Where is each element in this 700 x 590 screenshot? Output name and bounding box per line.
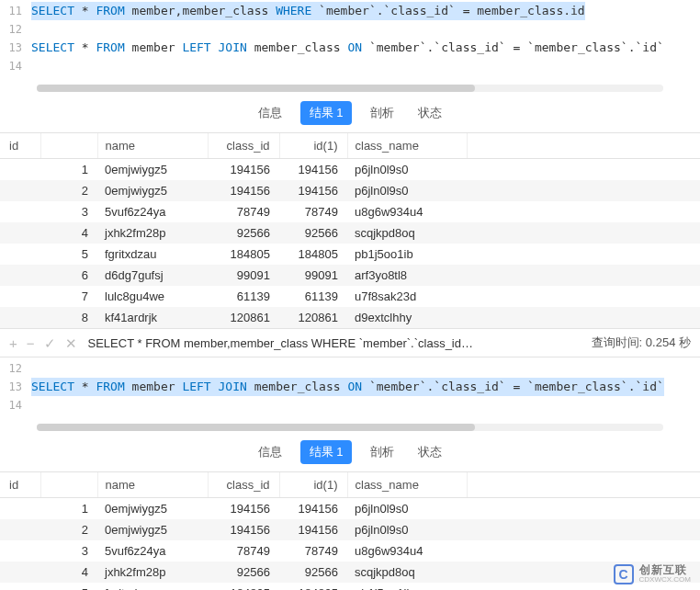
cell[interactable]: u8g6w934u4 (347, 201, 467, 222)
cell[interactable] (0, 265, 40, 286)
col-name[interactable]: name (97, 133, 208, 159)
table-row[interactable]: 10emjwiygz5194156194156p6jln0l9s0 (0, 159, 700, 181)
cell[interactable]: 1 (40, 498, 97, 520)
cell[interactable]: d9extclhhy (347, 307, 467, 328)
cell[interactable]: 120861 (279, 307, 347, 328)
tab-profile[interactable]: 剖析 (365, 440, 400, 464)
cell[interactable] (0, 180, 40, 201)
cell[interactable]: p6jln0l9s0 (347, 159, 467, 181)
cell[interactable]: 5 (40, 583, 97, 590)
cell[interactable]: 92566 (208, 562, 279, 583)
cell[interactable]: p6jln0l9s0 (347, 498, 467, 520)
cell[interactable]: 6 (40, 265, 97, 286)
table-row[interactable]: 20emjwiygz5194156194156p6jln0l9s0 (0, 519, 700, 540)
cell[interactable] (0, 307, 40, 328)
cell[interactable]: 184805 (279, 244, 347, 265)
cell[interactable]: pb1j5oo1ib (347, 583, 467, 590)
table-row[interactable]: 35vuf6z24ya7874978749u8g6w934u4 (0, 540, 700, 562)
col-classname[interactable]: class_name (347, 472, 467, 498)
hscroll-thumb[interactable] (37, 424, 475, 431)
table-row[interactable]: 20emjwiygz5194156194156p6jln0l9s0 (0, 180, 700, 201)
cell[interactable]: 184805 (208, 583, 279, 590)
cell[interactable] (467, 498, 700, 520)
cell[interactable]: 0emjwiygz5 (97, 159, 208, 181)
code-line[interactable]: 12 (0, 20, 700, 39)
cell[interactable] (0, 286, 40, 307)
cell[interactable]: 184805 (208, 244, 279, 265)
col-classid[interactable]: class_id (208, 133, 279, 159)
hscroll-thumb[interactable] (37, 85, 475, 92)
cell[interactable] (467, 265, 700, 286)
cell[interactable]: 5vuf6z24ya (97, 201, 208, 222)
tab-result-1[interactable]: 结果 1 (300, 101, 353, 125)
cell[interactable]: kf41ardrjk (97, 307, 208, 328)
code-line[interactable]: 13SELECT * FROM member LEFT JOIN member_… (0, 39, 700, 57)
code-text[interactable]: SELECT * FROM member,member_class WHERE … (31, 2, 585, 20)
cell[interactable]: 4 (40, 222, 97, 244)
table-row[interactable]: 4jxhk2fm28p9256692566scqjkpd8oq (0, 222, 700, 244)
cell[interactable]: 4 (40, 562, 97, 583)
cell[interactable] (0, 201, 40, 222)
cell[interactable]: jxhk2fm28p (97, 222, 208, 244)
cell[interactable] (467, 307, 700, 328)
cancel-icon[interactable]: ✕ (65, 336, 77, 350)
cell[interactable]: 2 (40, 519, 97, 540)
tab-profile[interactable]: 剖析 (365, 101, 400, 125)
cell[interactable] (467, 180, 700, 201)
cell[interactable]: 194156 (279, 519, 347, 540)
cell[interactable]: 194156 (208, 498, 279, 520)
col-classname[interactable]: class_name (347, 133, 467, 159)
sql-editor-2[interactable]: 1213SELECT * FROM member LEFT JOIN membe… (0, 357, 700, 420)
cell[interactable]: 99091 (279, 265, 347, 286)
cell[interactable]: 194156 (279, 159, 347, 181)
code-line[interactable]: 12 (0, 359, 700, 378)
cell[interactable]: u7f8sak23d (347, 286, 467, 307)
cell[interactable]: 8 (40, 307, 97, 328)
tab-status[interactable]: 状态 (412, 101, 447, 125)
table-row[interactable]: 5fgritxdzau184805184805pb1j5oo1ib (0, 244, 700, 265)
sql-editor-1[interactable]: 11SELECT * FROM member,member_class WHER… (0, 0, 700, 81)
code-text[interactable]: SELECT * FROM member LEFT JOIN member_cl… (31, 378, 664, 396)
table-row[interactable]: 7lulc8gu4we6113961139u7f8sak23d (0, 286, 700, 307)
cell[interactable] (467, 244, 700, 265)
cell[interactable] (0, 244, 40, 265)
cell[interactable] (0, 519, 40, 540)
cell[interactable]: 78749 (208, 540, 279, 562)
cell[interactable]: 194156 (279, 498, 347, 520)
col-id1[interactable]: id(1) (279, 133, 347, 159)
cell[interactable] (0, 562, 40, 583)
cell[interactable]: jxhk2fm28p (97, 562, 208, 583)
table-row[interactable]: 8kf41ardrjk120861120861d9extclhhy (0, 307, 700, 328)
cell[interactable]: fgritxdzau (97, 244, 208, 265)
cell[interactable]: fgritxdzau (97, 583, 208, 590)
cell[interactable] (0, 159, 40, 181)
code-line[interactable]: 14 (0, 57, 700, 75)
cell[interactable]: 3 (40, 201, 97, 222)
cell[interactable] (467, 159, 700, 181)
table-row[interactable]: 6d6dg7gufsj9909199091arf3yo8tl8 (0, 265, 700, 286)
add-row-icon[interactable]: + (9, 336, 17, 350)
cell[interactable]: 0emjwiygz5 (97, 180, 208, 201)
tab-status[interactable]: 状态 (412, 440, 447, 464)
cell[interactable] (0, 583, 40, 590)
cell[interactable] (0, 498, 40, 520)
col-id[interactable]: id (0, 472, 40, 498)
code-line[interactable]: 14 (0, 396, 700, 414)
cell[interactable]: 61139 (208, 286, 279, 307)
code-line[interactable]: 13SELECT * FROM member LEFT JOIN member_… (0, 378, 700, 396)
cell[interactable]: 78749 (208, 201, 279, 222)
cell[interactable]: 1 (40, 159, 97, 181)
editor-hscroll-2[interactable] (37, 424, 663, 431)
cell[interactable]: 5 (40, 244, 97, 265)
col-name[interactable]: name (97, 472, 208, 498)
cell[interactable]: 194156 (208, 159, 279, 181)
cell[interactable]: 194156 (208, 519, 279, 540)
cell[interactable]: d6dg7gufsj (97, 265, 208, 286)
tab-info[interactable]: 信息 (253, 101, 288, 125)
table-row[interactable]: 5fgritxdzau184805184805pb1j5oo1ib (0, 583, 700, 590)
table-row[interactable]: 4jxhk2fm28p9256692566scqjkpd8oq (0, 562, 700, 583)
cell[interactable]: scqjkpd8oq (347, 562, 467, 583)
apply-icon[interactable]: ✓ (44, 336, 56, 350)
cell[interactable] (467, 286, 700, 307)
col-rownum[interactable] (40, 133, 97, 159)
